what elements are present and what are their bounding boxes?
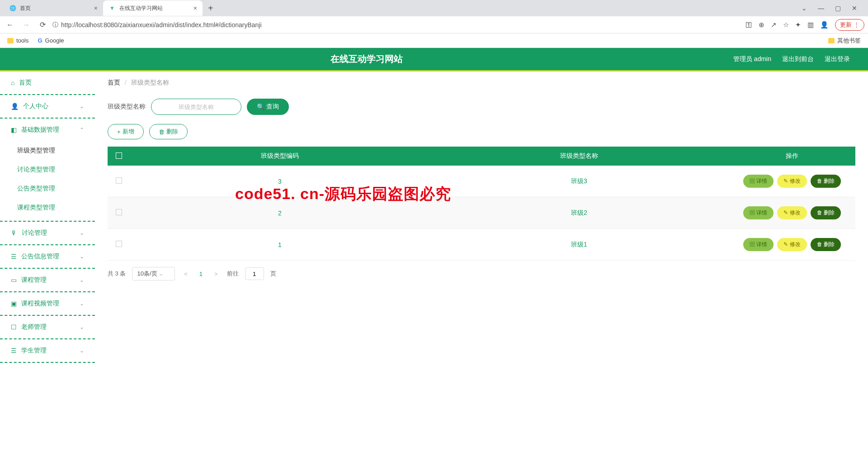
mic-icon: 🎙	[11, 229, 17, 237]
search-input[interactable]	[151, 99, 241, 115]
sidebar-item-base-data[interactable]: ◧ 基础数据管理 ⌃	[0, 119, 95, 141]
video-icon: ▣	[11, 300, 17, 307]
th-checkbox[interactable]	[108, 147, 130, 166]
bookmark-tools[interactable]: tools	[7, 37, 28, 44]
pagination: 共 3 条 10条/页 ⌄ < 1 > 前往 页	[95, 261, 868, 287]
table-row: 2 班级2 ▤ 详情 ✎ 修改 🗑 删除	[108, 197, 855, 229]
sidebar-item-notice[interactable]: ☰ 公告信息管理 ⌄	[0, 245, 95, 269]
row-delete-button[interactable]: 🗑 删除	[811, 206, 841, 219]
sidebar-sub-discuss-type[interactable]: 讨论类型管理	[0, 160, 95, 179]
breadcrumb-home[interactable]: 首页	[108, 79, 120, 86]
sidebar-sub-class-type[interactable]: 班级类型管理	[0, 141, 95, 160]
browser-chrome: 🌐 首页 × ▼ 在线互动学习网站 × + ⌄ — ▢ ✕ ← → ⟳ ⓘ ht…	[0, 0, 868, 48]
breadcrumb-current: 班级类型名称	[131, 79, 169, 86]
breadcrumb: 首页 / 班级类型名称	[95, 71, 868, 94]
tab-home[interactable]: 🌐 首页 ×	[4, 0, 103, 16]
info-icon: ⓘ	[52, 21, 58, 29]
edit-button[interactable]: ✎ 修改	[777, 238, 807, 251]
sidebar-item-teacher[interactable]: ☐ 老师管理 ⌄	[0, 316, 95, 339]
add-button[interactable]: + 新增	[108, 124, 144, 139]
delete-button[interactable]: 🗑 删除	[149, 124, 188, 139]
chat-icon: ▭	[11, 276, 17, 284]
panel-icon[interactable]: ▥	[807, 21, 814, 29]
close-icon[interactable]: ×	[94, 5, 98, 12]
new-tab-button[interactable]: +	[203, 3, 219, 14]
goto-input[interactable]	[245, 267, 264, 280]
th-name: 班级类型名称	[429, 147, 729, 166]
total-count: 共 3 条	[108, 270, 126, 278]
sidebar-item-personal[interactable]: 👤 个人中心 ⌄	[0, 95, 95, 119]
chevron-down-icon: ⌄	[80, 347, 84, 354]
cell-code: 3	[130, 166, 429, 197]
back-button[interactable]: ←	[4, 21, 16, 29]
header-right: 管理员 admin 退出到前台 退出登录	[733, 55, 868, 63]
url-text: http://localhost:8080/zaixianxuexi/admin…	[61, 21, 262, 29]
profile-icon[interactable]: 👤	[820, 21, 829, 29]
row-checkbox[interactable]	[108, 166, 130, 197]
data-table: 班级类型编码 班级类型名称 操作 3 班级3 ▤ 详情 ✎ 修改 🗑 删除 2 …	[95, 147, 868, 261]
sidebar-item-student[interactable]: ☰ 学生管理 ⌄	[0, 339, 95, 363]
close-icon[interactable]: ×	[193, 5, 197, 12]
folder-icon	[828, 38, 835, 43]
sidebar-sub-notice-type[interactable]: 公告类型管理	[0, 179, 95, 198]
edit-button[interactable]: ✎ 修改	[777, 175, 807, 188]
minimize-icon[interactable]: —	[818, 5, 824, 12]
forward-button[interactable]: →	[20, 21, 33, 29]
puzzle-icon[interactable]: ✦	[795, 21, 801, 29]
logout-link[interactable]: 退出登录	[825, 55, 850, 63]
chevron-down-icon: ⌄	[80, 230, 84, 236]
app-header: 在线互动学习网站 管理员 admin 退出到前台 退出登录	[0, 48, 868, 71]
zoom-icon[interactable]: ⊕	[759, 21, 764, 29]
sidebar-item-discuss[interactable]: 🎙 讨论管理 ⌄	[0, 222, 95, 245]
chevron-down-icon: ⌄	[80, 300, 84, 307]
share-icon[interactable]: ↗	[771, 21, 777, 29]
vue-icon: ▼	[108, 5, 116, 12]
table-row: 3 班级3 ▤ 详情 ✎ 修改 🗑 删除	[108, 166, 855, 197]
prev-page[interactable]: <	[181, 271, 190, 277]
home-icon: ⌂	[11, 79, 14, 86]
app-title: 在线互动学习网站	[0, 53, 733, 65]
row-delete-button[interactable]: 🗑 删除	[811, 175, 841, 188]
search-button[interactable]: 🔍 查询	[247, 99, 289, 115]
page-size-select[interactable]: 10条/页 ⌄	[132, 267, 175, 281]
submenu-base-data: 班级类型管理 讨论类型管理 公告类型管理 课程类型管理	[0, 141, 95, 222]
bookmark-google[interactable]: G Google	[38, 37, 64, 44]
student-icon: ☰	[11, 347, 17, 354]
to-front-link[interactable]: 退出到前台	[782, 55, 814, 63]
detail-button[interactable]: ▤ 详情	[743, 206, 774, 219]
chevron-down-icon: ⌄	[80, 324, 84, 330]
star-icon[interactable]: ☆	[783, 21, 789, 29]
breadcrumb-sep: /	[125, 79, 127, 86]
user-icon: 👤	[11, 103, 19, 110]
globe-icon: 🌐	[9, 5, 16, 12]
bookmark-other[interactable]: 其他书签	[828, 37, 861, 45]
address-bar[interactable]: ⓘ http://localhost:8080/zaixianxuexi/adm…	[52, 21, 742, 29]
th-code: 班级类型编码	[130, 147, 429, 166]
sidebar-item-video[interactable]: ▣ 课程视频管理 ⌄	[0, 292, 95, 316]
maximize-icon[interactable]: ▢	[835, 5, 841, 12]
close-window-icon[interactable]: ✕	[852, 5, 857, 12]
toolbar-icons: ⚿ ⊕ ↗ ☆ ✦ ▥ 👤 更新 ⋮	[745, 19, 864, 31]
next-page[interactable]: >	[212, 271, 221, 277]
tab-app[interactable]: ▼ 在线互动学习网站 ×	[103, 0, 203, 16]
user-label[interactable]: 管理员 admin	[733, 55, 771, 63]
sidebar-item-home[interactable]: ⌂ 首页	[0, 71, 95, 95]
cell-name: 班级2	[429, 197, 729, 229]
key-icon[interactable]: ⚿	[745, 21, 752, 29]
edit-button[interactable]: ✎ 修改	[777, 206, 807, 219]
chevron-down-icon: ⌄	[80, 103, 84, 109]
chevron-down-icon[interactable]: ⌄	[802, 5, 807, 12]
trash-icon: 🗑	[159, 128, 165, 135]
page-number[interactable]: 1	[197, 271, 205, 277]
cell-name: 班级1	[429, 229, 729, 261]
detail-button[interactable]: ▤ 详情	[743, 175, 774, 188]
cell-code: 2	[130, 197, 429, 229]
update-button[interactable]: 更新 ⋮	[835, 19, 864, 31]
reload-button[interactable]: ⟳	[36, 20, 49, 29]
row-delete-button[interactable]: 🗑 删除	[811, 238, 841, 251]
row-checkbox[interactable]	[108, 229, 130, 261]
detail-button[interactable]: ▤ 详情	[743, 238, 774, 251]
sidebar-item-course[interactable]: ▭ 课程管理 ⌄	[0, 269, 95, 292]
sidebar-sub-course-type[interactable]: 课程类型管理	[0, 198, 95, 217]
row-checkbox[interactable]	[108, 197, 130, 229]
